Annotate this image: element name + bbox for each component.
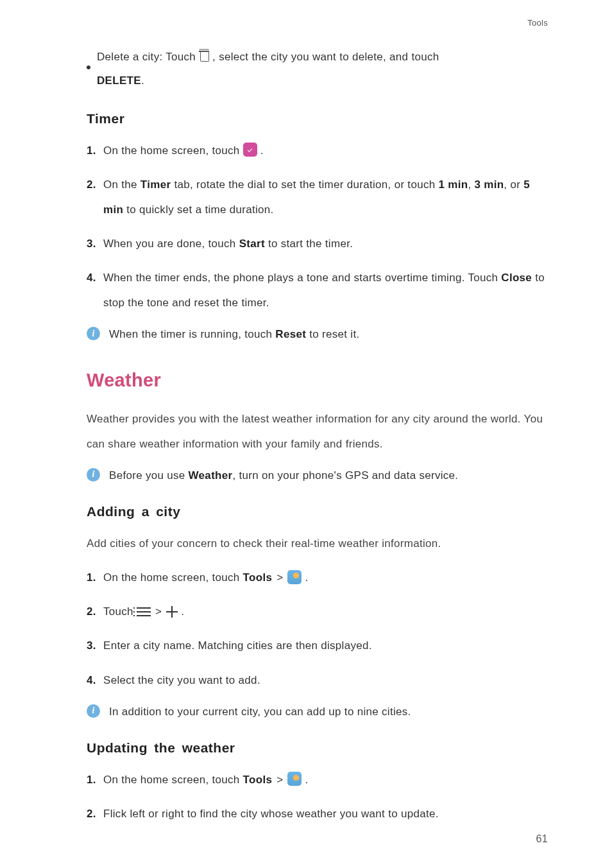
text-bold: 3 min	[474, 178, 504, 191]
info-note: In addition to your current city, you ca…	[87, 702, 548, 722]
text-bold: Reset	[275, 328, 306, 340]
text: to reset it.	[306, 328, 359, 340]
plus-icon	[166, 606, 178, 618]
text: >	[155, 605, 165, 618]
text: On the	[103, 178, 140, 191]
list-item: When the timer ends, the phone plays a t…	[87, 265, 548, 315]
text: On the home screen, touch	[103, 774, 243, 786]
text-bold: Tools	[243, 571, 273, 584]
text: Before you use	[109, 469, 189, 482]
text: When the timer is running, touch	[109, 328, 275, 340]
text: , select the city you want to delete, an…	[212, 51, 439, 63]
text: to quickly set a time duration.	[123, 204, 273, 216]
list-item: Touch > .	[87, 599, 548, 624]
weather-intro: Weather provides you with the latest wea…	[87, 406, 548, 456]
text-bold: Weather	[189, 469, 233, 482]
list-item: Select the city you want to add.	[87, 668, 548, 693]
trash-icon	[199, 51, 209, 62]
text-bold: 1 min	[438, 178, 468, 191]
list-item: On the home screen, touch Tools > .	[87, 767, 548, 792]
text: ,	[468, 178, 474, 191]
adding-steps: On the home screen, touch Tools > . Touc…	[87, 565, 548, 692]
text: Select the city you want to add.	[103, 674, 260, 686]
text: , turn on your phone's GPS and data serv…	[232, 469, 458, 482]
text: .	[141, 74, 144, 87]
text: Flick left or right to find the city who…	[103, 808, 439, 820]
list-item: When you are done, touch Start to start …	[87, 231, 548, 256]
text-bold: Tools	[243, 774, 273, 786]
text-bold: Timer	[140, 178, 171, 191]
info-icon	[87, 704, 100, 718]
weather-app-icon	[287, 570, 302, 584]
menu-list-icon	[137, 605, 151, 619]
list-item: On the Timer tab, rotate the dial to set…	[87, 172, 548, 222]
delete-action: DELETE	[97, 74, 141, 87]
text: When you are done, touch	[103, 238, 239, 250]
text: When the timer ends, the phone plays a t…	[103, 272, 501, 284]
updating-steps: On the home screen, touch Tools > . Flic…	[87, 767, 548, 826]
text: .	[302, 774, 308, 786]
text: On the home screen, touch	[103, 571, 243, 584]
text: On the home screen, touch	[103, 144, 243, 157]
text: .	[181, 605, 184, 618]
text: Delete a city: Touch	[97, 51, 199, 63]
list-item: On the home screen, touch Tools > .	[87, 565, 548, 590]
text: , or	[504, 178, 523, 191]
text: In addition to your current city, you ca…	[109, 702, 411, 722]
text: >	[273, 774, 286, 786]
text: to start the timer.	[265, 238, 353, 250]
text-bold: Start	[239, 238, 265, 250]
timer-steps: On the home screen, touch . On the Timer…	[87, 138, 548, 316]
text: Touch	[103, 605, 137, 618]
info-icon	[87, 468, 100, 482]
info-note: When the timer is running, touch Reset t…	[87, 324, 548, 345]
text: >	[273, 571, 286, 584]
text: .	[302, 571, 308, 584]
list-item: On the home screen, touch .	[87, 138, 548, 163]
heading-timer: Timer	[87, 111, 548, 126]
info-note: Before you use Weather, turn on your pho…	[87, 465, 548, 486]
list-item: Flick left or right to find the city who…	[87, 801, 548, 826]
text: tab, rotate the dial to set the timer du…	[171, 178, 438, 191]
clock-app-icon	[243, 143, 257, 157]
adding-intro: Add cities of your concern to check thei…	[87, 531, 548, 556]
text-bold: Close	[501, 272, 532, 284]
text: .	[260, 144, 264, 157]
bullet-delete-city: Delete a city: Touch , select the city y…	[87, 45, 548, 93]
heading-adding-city: Adding a city	[87, 504, 548, 519]
list-item: Enter a city name. Matching cities are t…	[87, 633, 548, 658]
section-header: Tools	[527, 18, 548, 28]
bullet-dot	[87, 65, 90, 69]
heading-updating: Updating the weather	[87, 740, 548, 756]
text: Enter a city name. Matching cities are t…	[103, 639, 372, 652]
heading-weather: Weather	[87, 370, 548, 391]
info-icon	[87, 327, 100, 340]
page-number: 61	[536, 833, 548, 845]
weather-app-icon	[287, 772, 302, 786]
